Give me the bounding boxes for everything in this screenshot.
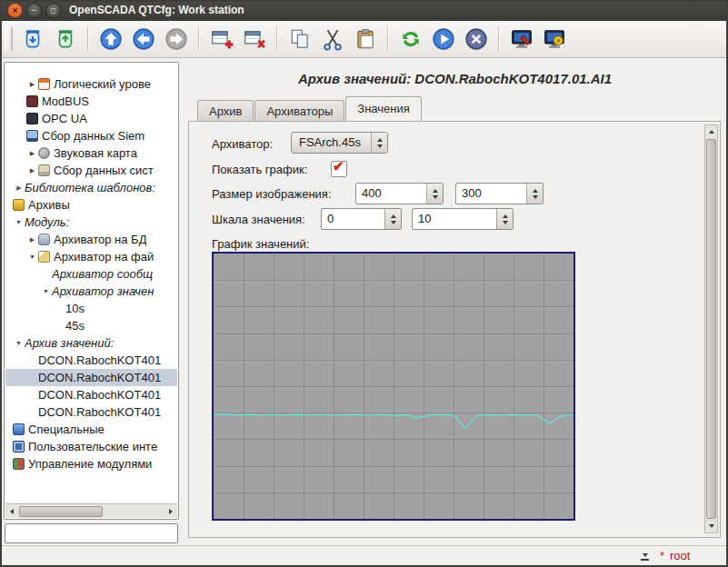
cut-item-button[interactable] [317,24,348,55]
tree-item[interactable]: ▶Сбор данных сист [5,162,177,179]
collapse-arrow-icon[interactable]: ▼ [13,219,25,225]
archiver-combobox[interactable]: FSArch.45s [291,132,388,154]
tree-item[interactable]: ▼Архиватор на фай [5,248,177,265]
value-graph-label: График значений: [212,237,309,251]
add-item-button[interactable] [206,24,237,55]
tab-3[interactable]: Значения [345,96,421,121]
toolbar-handle[interactable] [5,27,13,51]
collapse-arrow-icon[interactable]: ▼ [40,288,52,294]
tree-item-label: Пользовательские инте [28,440,157,453]
tree-item[interactable]: DCON.RabochKOT401 [5,352,177,369]
tree-item[interactable]: DCON.RabochKOT401 [5,403,177,421]
paste-item-button[interactable] [350,24,381,55]
status-user: root [670,549,690,562]
copy-item-button[interactable] [284,24,315,55]
tree-item[interactable]: Архиватор сообщ [5,265,177,283]
tree-item-label: Логический урове [54,77,151,91]
expand-arrow-icon[interactable]: ▶ [26,167,38,174]
expand-arrow-icon[interactable]: ▶ [13,184,25,192]
tabbar: АрхивАрхиваторыЗначения [197,97,423,121]
archiver-value: FSArch.45s [292,133,371,153]
tree-item-label: DCON.RabochKOT401 [38,371,161,384]
db-load-icon [21,27,45,51]
titlebar: × – ◻ OpenSCADA QTCfg: Work station [0,0,728,21]
scroll-right-button[interactable] [165,509,177,514]
tree-item[interactable]: Сбор данных Siem [5,127,177,144]
status-dropdown[interactable] [637,550,653,563]
mic-icon [38,147,50,159]
special-icon [13,423,25,435]
tree-item-label: Архиватор значен [52,284,154,298]
tree-item-label: 10s [65,302,85,315]
toolbar-separator [498,26,500,52]
scroll-down-button[interactable] [705,520,717,532]
close-button[interactable]: × [7,3,23,18]
opc-icon [26,113,38,124]
start-updating-button[interactable] [428,24,459,55]
collapse-arrow-icon[interactable]: ▼ [26,254,38,260]
tree-item[interactable]: 45s [5,317,177,334]
image-width-spinbox[interactable]: 400 [355,183,444,204]
spin-buttons[interactable] [426,184,443,204]
tree-hscrollbar[interactable] [5,503,177,518]
show-graph-checkbox[interactable]: ✔ [331,161,347,177]
tree-item[interactable]: OPC UA [5,110,177,127]
tree-item[interactable]: ▼Архиватор значен [5,283,177,300]
tree-item[interactable]: Специальные [5,421,177,438]
spin-buttons[interactable] [384,209,401,229]
tree-item[interactable]: Архивы [5,196,177,214]
tree-item[interactable]: ▶Логический урове [5,75,177,93]
tab-1[interactable]: Архив [197,100,254,121]
tree-item-label: Архиватор сообщ [52,267,153,281]
scale-min-spinbox[interactable]: 0 [321,208,402,230]
host-connection-button[interactable] [506,24,537,55]
tree-search-input[interactable] [5,523,178,543]
page-vscrollbar[interactable] [704,124,718,533]
scale-max-spinbox[interactable]: 10 [412,208,514,230]
tree-item[interactable]: DCON.RabochKOT401 [5,386,177,403]
tree-item-label: Библиотека шаблонов: [25,181,155,194]
tab-page-values: Архиватор: FSArch.45s Показать график: ✔… [188,121,721,538]
paste-icon [354,27,377,51]
go-up-button[interactable] [95,24,126,55]
tree-item[interactable]: Управление модулями [5,455,177,472]
tree-item[interactable]: Пользовательские инте [5,438,177,455]
scroll-up-button[interactable] [705,125,717,138]
load-from-db-button[interactable] [17,24,48,55]
copy-icon [288,27,312,51]
scale-max-value: 10 [413,209,496,229]
delete-item-button[interactable] [239,24,270,55]
minimize-button[interactable]: – [26,3,42,18]
expand-arrow-icon[interactable]: ▶ [26,81,38,88]
vscroll-handle[interactable] [706,139,716,519]
tree-item[interactable]: ▼Модуль: [5,214,177,231]
refresh-button[interactable] [395,24,426,55]
tree-item[interactable]: ▶Архиватор на БД [5,231,177,248]
tree-item[interactable]: ▶Звуковая карта [5,144,177,162]
stop-updating-button[interactable] [461,24,492,55]
expand-arrow-icon[interactable]: ▶ [26,236,38,244]
scroll-left-button[interactable] [5,509,18,514]
arrow-up-icon [391,214,396,218]
tree-item[interactable]: DCON.RabochKOT401 [5,369,177,386]
host-tools-button[interactable] [539,24,570,55]
ui-icon [13,441,25,453]
modules-icon [13,458,25,470]
image-height-spinbox[interactable]: 300 [455,183,544,204]
tree-item[interactable]: ▶Библиотека шаблонов: [5,179,177,196]
combo-arrows[interactable] [371,133,387,153]
go-forward-button[interactable] [161,24,192,55]
tab-2[interactable]: Архиваторы [254,100,344,121]
go-back-button[interactable] [128,24,159,55]
tree-item[interactable]: ModBUS [5,93,177,110]
tree-item[interactable]: ▼Архив значений: [5,334,177,352]
tree-item[interactable]: 10s [5,300,177,317]
collapse-arrow-icon[interactable]: ▼ [13,340,25,346]
maximize-button[interactable]: ◻ [45,3,61,18]
hscroll-handle[interactable] [19,506,103,517]
save-to-db-button[interactable] [50,24,81,55]
expand-arrow-icon[interactable]: ▶ [26,150,38,157]
status-modified-flag: * [660,549,664,562]
spin-buttons[interactable] [496,209,513,229]
spin-buttons[interactable] [526,184,543,204]
